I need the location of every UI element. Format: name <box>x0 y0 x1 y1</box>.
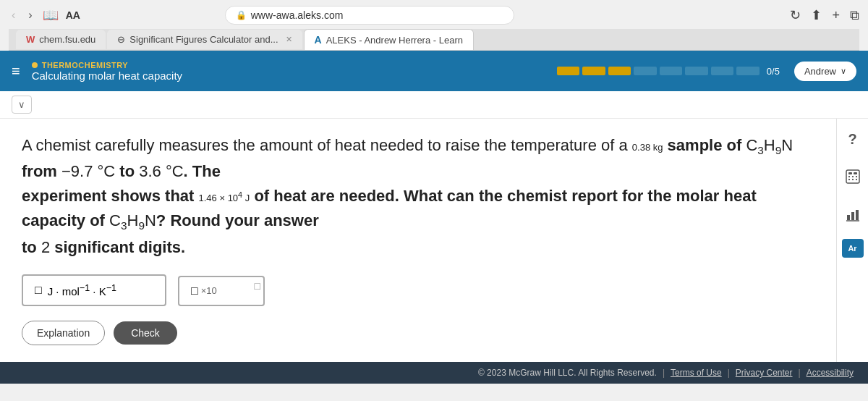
sub1: 3 <box>757 144 764 156</box>
address-text: www-awa.aleks.com <box>251 9 344 21</box>
header-info: THERMOCHEMISTRY Calculating molar heat c… <box>32 61 557 82</box>
help-button[interactable]: ? <box>840 126 866 152</box>
seg3 <box>608 67 631 75</box>
browser-toolbar: ‹ › 📖 AA 🔒 www-awa.aleks.com ↻ ⬆ + ⧉ <box>9 6 859 25</box>
subject-text: THERMOCHEMISTRY <box>42 61 129 69</box>
answer-box-exponent[interactable]: □ ×10 □ <box>178 276 265 306</box>
answer-prefix: □ <box>35 284 42 297</box>
app-header: ≡ THERMOCHEMISTRY Calculating molar heat… <box>0 51 868 91</box>
tab-chem-fsu[interactable]: W chem.fsu.edu <box>16 30 106 49</box>
tab-close-icon[interactable]: ✕ <box>286 35 292 44</box>
answer-prefix-small: □ <box>191 284 198 297</box>
tabs-bar: W chem.fsu.edu ⊖ Significant Figures Cal… <box>9 29 859 51</box>
mass-value: 0.38 kg <box>632 142 663 153</box>
font-label: AA <box>66 9 80 21</box>
answer-box-main[interactable]: □ J · mol−1 · K−1 <box>22 274 166 306</box>
subject-dot <box>32 62 38 68</box>
copyright-text: © 2023 McGraw Hill LLC. All Rights Reser… <box>478 368 657 378</box>
svg-rect-5 <box>856 176 857 177</box>
question-text: A chemist carefully measures the amount … <box>22 133 814 260</box>
browser-chrome: ‹ › 📖 AA 🔒 www-awa.aleks.com ↻ ⬆ + ⧉ W c… <box>0 0 868 51</box>
collapse-row: ∨ <box>0 91 868 119</box>
svg-rect-8 <box>856 179 857 180</box>
seg1 <box>557 67 580 75</box>
back-button[interactable]: ‹ <box>9 7 18 23</box>
svg-rect-10 <box>851 212 854 220</box>
explanation-button[interactable]: Explanation <box>22 321 105 345</box>
progress-bar <box>557 67 760 75</box>
user-menu-button[interactable]: Andrew ∨ <box>794 62 856 81</box>
calculator-button[interactable] <box>840 164 866 190</box>
svg-rect-1 <box>848 172 852 174</box>
seg5 <box>660 67 683 75</box>
duplicate-button[interactable]: ⧉ <box>850 8 859 23</box>
chart-icon <box>845 206 861 222</box>
tab-label: ALEKS - Andrew Herrera - Learn <box>326 35 463 46</box>
svg-rect-7 <box>852 179 854 180</box>
svg-rect-9 <box>847 215 850 220</box>
tab-icon-aleks: A <box>315 34 322 46</box>
svg-rect-4 <box>852 176 854 177</box>
unit-label: J · mol−1 · K−1 <box>48 283 116 297</box>
seg6 <box>685 67 708 75</box>
main-content: A chemist carefully measures the amount … <box>0 119 836 362</box>
heat-value: 1.46 × 104 J <box>199 193 250 203</box>
add-tab-button[interactable]: + <box>832 8 840 23</box>
app-footer: © 2023 McGraw Hill LLC. All Rights Reser… <box>0 362 868 384</box>
svg-rect-11 <box>856 210 859 220</box>
tab-aleks[interactable]: A ALEKS - Andrew Herrera - Learn <box>304 29 474 50</box>
tab-icon-sig: ⊖ <box>117 34 125 45</box>
accessibility-link[interactable]: Accessibility <box>807 368 854 378</box>
header-title: Calculating molar heat capacity <box>32 69 557 82</box>
lock-icon: 🔒 <box>236 10 247 20</box>
svg-rect-2 <box>854 172 857 174</box>
tab-sig-figs[interactable]: ⊖ Significant Figures Calculator and... … <box>107 30 302 49</box>
tab-label: Significant Figures Calculator and... <box>129 34 278 45</box>
share-button[interactable]: ⬆ <box>811 7 822 23</box>
progress-score: 0/5 <box>767 66 780 77</box>
seg2 <box>582 67 605 75</box>
ar-button[interactable]: Ar <box>842 239 864 258</box>
exponent-box[interactable]: □ <box>255 280 260 292</box>
sub2: 9 <box>775 144 782 156</box>
refresh-button[interactable]: ↻ <box>790 7 801 23</box>
right-sidebar: ? <box>836 119 868 362</box>
chevron-down-icon: ∨ <box>841 67 846 76</box>
tab-icon-w: W <box>26 34 35 45</box>
progress-area: 0/5 <box>557 66 780 77</box>
toolbar-right: ↻ ⬆ + ⧉ <box>790 7 859 23</box>
svg-rect-6 <box>848 179 850 180</box>
book-icon: 📖 <box>43 7 59 23</box>
calculator-icon <box>845 169 861 185</box>
user-name: Andrew <box>804 66 836 77</box>
svg-rect-3 <box>848 176 850 177</box>
privacy-center-link[interactable]: Privacy Center <box>736 368 793 378</box>
ar-label: Ar <box>848 244 856 253</box>
forward-button[interactable]: › <box>25 7 35 23</box>
header-subject: THERMOCHEMISTRY <box>32 61 557 69</box>
terms-of-use-link[interactable]: Terms of Use <box>671 368 722 378</box>
check-button[interactable]: Check <box>114 321 177 345</box>
address-bar[interactable]: 🔒 www-awa.aleks.com <box>225 6 514 25</box>
seg4 <box>634 67 657 75</box>
chart-button[interactable] <box>840 201 866 227</box>
sub4: 9 <box>138 220 145 232</box>
buttons-row: Explanation Check <box>22 321 814 345</box>
x10-label: ×10 <box>201 285 217 296</box>
sub3: 3 <box>121 220 127 232</box>
answer-row: □ J · mol−1 · K−1 □ ×10 □ <box>22 274 814 306</box>
app-container: ≡ THERMOCHEMISTRY Calculating molar heat… <box>0 51 868 384</box>
collapse-button[interactable]: ∨ <box>12 96 32 114</box>
seg8 <box>736 67 760 75</box>
menu-button[interactable]: ≡ <box>12 63 20 80</box>
tab-label: chem.fsu.edu <box>39 34 95 45</box>
content-area: A chemist carefully measures the amount … <box>0 119 868 362</box>
seg7 <box>711 67 734 75</box>
